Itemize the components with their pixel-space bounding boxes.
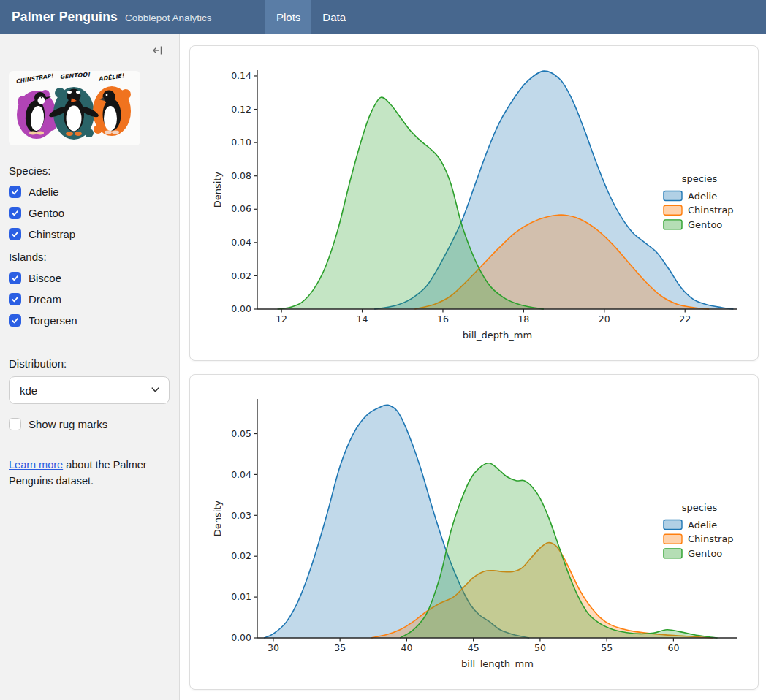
svg-text:0.08: 0.08 — [231, 170, 251, 181]
svg-text:0.05: 0.05 — [231, 428, 251, 439]
svg-text:16: 16 — [437, 313, 449, 324]
checkbox-row-chinstrap[interactable]: Chinstrap — [9, 228, 170, 240]
svg-text:Chinstrap: Chinstrap — [688, 205, 734, 216]
svg-text:Density: Density — [212, 500, 223, 536]
checkbox-torgersen[interactable] — [9, 314, 21, 327]
checkbox-label-chinstrap: Chinstrap — [29, 228, 75, 240]
svg-text:14: 14 — [357, 313, 368, 324]
svg-text:35: 35 — [334, 642, 346, 653]
navbar: Palmer Penguins Cobblepot Analytics Plot… — [0, 0, 766, 34]
app-subtitle: Cobblepot Analytics — [125, 12, 212, 23]
species-section-label: Species: — [9, 164, 170, 177]
checkbox-row-dream[interactable]: Dream — [9, 293, 170, 305]
svg-text:40: 40 — [401, 642, 412, 653]
checkbox-row-gentoo[interactable]: Gentoo — [9, 207, 170, 219]
checkbox-label-gentoo: Gentoo — [29, 207, 64, 219]
learn-more-paragraph: Learn more about the Palmer Penguins dat… — [9, 457, 164, 490]
checkbox-row-biscoe[interactable]: Biscoe — [9, 272, 170, 284]
svg-text:0.00: 0.00 — [231, 632, 251, 643]
svg-text:0.01: 0.01 — [231, 591, 251, 602]
checkbox-gentoo[interactable] — [9, 207, 21, 219]
sidebar-collapse-icon[interactable] — [151, 45, 163, 61]
svg-text:0.03: 0.03 — [231, 510, 251, 521]
checkbox-rug[interactable] — [9, 418, 21, 430]
checkbox-label-rug: Show rug marks — [29, 418, 107, 430]
bill-length-density-plot: 303540455055600.000.010.020.030.040.05bi… — [196, 381, 752, 683]
bill-length-plot-card: 303540455055600.000.010.020.030.040.05bi… — [189, 374, 759, 690]
svg-text:0.02: 0.02 — [231, 550, 251, 561]
checkbox-label-biscoe: Biscoe — [29, 272, 61, 284]
checkbox-label-torgersen: Torgersen — [29, 314, 77, 327]
nav-tabs: Plots Data — [265, 0, 357, 34]
chevron-down-icon — [151, 384, 160, 397]
bill-depth-density-plot: 1214161820220.000.020.040.060.080.100.12… — [196, 52, 752, 354]
tab-plots[interactable]: Plots — [265, 0, 311, 34]
checkbox-biscoe[interactable] — [9, 272, 21, 284]
checkbox-adelie[interactable] — [9, 186, 21, 198]
checkbox-row-adelie[interactable]: Adelie — [9, 186, 170, 198]
svg-text:55: 55 — [601, 642, 613, 653]
distribution-select[interactable]: kde — [9, 376, 170, 404]
svg-text:0.04: 0.04 — [231, 469, 251, 480]
svg-text:18: 18 — [517, 313, 529, 324]
learn-more-link[interactable]: Learn more — [9, 459, 63, 471]
svg-text:0.06: 0.06 — [231, 203, 251, 214]
svg-text:0.12: 0.12 — [231, 104, 251, 115]
svg-text:Density: Density — [212, 171, 223, 208]
svg-text:30: 30 — [268, 642, 279, 653]
svg-text:0.04: 0.04 — [231, 237, 251, 248]
svg-text:12: 12 — [276, 313, 287, 324]
svg-text:22: 22 — [679, 313, 691, 324]
checkbox-row-torgersen[interactable]: Torgersen — [9, 314, 170, 327]
main-content: 1214161820220.000.020.040.060.080.100.12… — [180, 34, 766, 700]
svg-text:0.02: 0.02 — [231, 270, 251, 281]
distribution-selected-value: kde — [20, 384, 37, 397]
svg-text:Chinstrap: Chinstrap — [688, 533, 734, 544]
svg-text:Gentoo: Gentoo — [688, 548, 722, 559]
islands-section-label: Islands: — [9, 251, 170, 263]
svg-text:60: 60 — [667, 642, 679, 653]
svg-text:Gentoo: Gentoo — [688, 219, 722, 230]
checkbox-label-dream: Dream — [29, 293, 61, 305]
svg-text:0.14: 0.14 — [231, 70, 251, 81]
svg-text:20: 20 — [599, 313, 610, 324]
checkbox-dream[interactable] — [9, 293, 21, 305]
svg-text:species: species — [682, 173, 718, 184]
svg-text:bill_length_mm: bill_length_mm — [461, 658, 534, 669]
checkbox-label-adelie: Adelie — [29, 186, 59, 198]
svg-text:50: 50 — [534, 642, 546, 653]
distribution-label: Distribution: — [9, 357, 170, 370]
svg-text:0.00: 0.00 — [231, 303, 251, 314]
svg-text:45: 45 — [468, 642, 479, 653]
svg-text:species: species — [682, 502, 718, 513]
svg-text:0.10: 0.10 — [231, 137, 251, 148]
svg-text:Adelie: Adelie — [688, 520, 717, 530]
app-brand: Palmer Penguins Cobblepot Analytics — [0, 9, 265, 25]
svg-text:bill_depth_mm: bill_depth_mm — [463, 330, 532, 341]
tab-data[interactable]: Data — [311, 0, 357, 34]
app-title: Palmer Penguins — [12, 9, 118, 25]
penguins-artwork: CHINSTRAP! GENTOO! ADÉLIE! — [9, 71, 140, 145]
sidebar: CHINSTRAP! GENTOO! ADÉLIE! Species: Adel… — [0, 34, 180, 700]
bill-depth-plot-card: 1214161820220.000.020.040.060.080.100.12… — [189, 45, 759, 361]
checkbox-row-rug[interactable]: Show rug marks — [9, 418, 170, 430]
checkbox-chinstrap[interactable] — [9, 228, 21, 240]
svg-text:Adelie: Adelie — [688, 191, 717, 202]
